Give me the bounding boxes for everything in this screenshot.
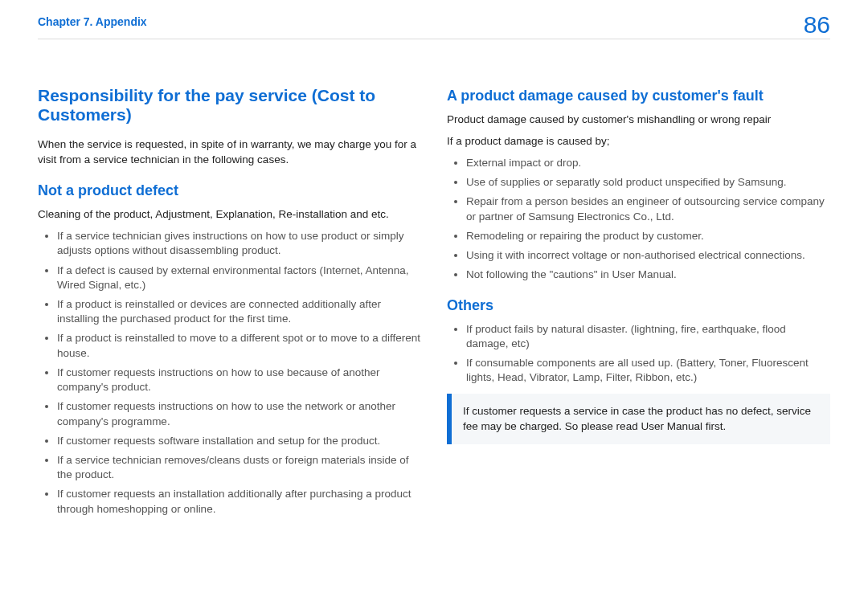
bullets-others: If product fails by natural disaster. (l… [447, 322, 830, 386]
list-item: Not following the "cautions" in User Man… [466, 268, 830, 282]
list-item: If customer requests an installation add… [57, 487, 421, 516]
list-item: Remodeling or repairing the product by c… [466, 229, 830, 243]
section-intro-not-defect: Cleaning of the product, Adjustment, Exp… [38, 207, 421, 223]
section-title-not-defect: Not a product defect [38, 181, 421, 201]
list-item: If product fails by natural disaster. (l… [466, 322, 830, 351]
section-title-customer-fault: A product damage caused by customer's fa… [447, 86, 830, 106]
left-column: Responsibility for the pay service (Cost… [38, 86, 421, 597]
section-title-others: Others [447, 296, 830, 316]
page-number: 86 [804, 8, 830, 42]
list-item: If customer requests software installati… [57, 434, 421, 448]
main-title: Responsibility for the pay service (Cost… [38, 86, 421, 125]
list-item: If a product is reinstalled or devices a… [57, 297, 421, 326]
note-box: If customer requests a service in case t… [447, 394, 830, 444]
page: Chapter 7. Appendix 86 Responsibility fo… [0, 0, 868, 613]
list-item: Using it with incorrect voltage or non-a… [466, 248, 830, 263]
page-header: Chapter 7. Appendix 86 [38, 14, 830, 39]
header-rule [38, 39, 830, 39]
list-item: If customer requests instructions on how… [57, 366, 421, 394]
chapter-label: Chapter 7. Appendix [38, 15, 147, 28]
content-area: Responsibility for the pay service (Cost… [38, 86, 830, 597]
bullets-customer-fault: External impact or drop. Use of supplies… [447, 156, 830, 283]
section-intro-fault-1: Product damage caused by customer's mish… [447, 112, 830, 128]
list-item: External impact or drop. [466, 156, 830, 170]
list-item: If customer requests instructions on how… [57, 399, 421, 428]
list-item: If a service technician gives instructio… [57, 229, 421, 258]
list-item: Use of supplies or separatly sold produc… [466, 175, 830, 190]
bullets-not-defect: If a service technician gives instructio… [38, 229, 421, 517]
note-text: If customer requests a service in case t… [463, 405, 811, 433]
list-item: If a defect is caused by external enviro… [57, 264, 421, 292]
list-item: If a product is reinstalled to move to a… [57, 331, 421, 360]
list-item: If consumable components are all used up… [466, 356, 830, 385]
section-intro-fault-2: If a product damage is caused by; [447, 134, 830, 149]
list-item: If a service technician removes/cleans d… [57, 453, 421, 482]
intro-paragraph: When the service is requested, in spite … [38, 137, 421, 168]
list-item: Repair from a person besides an engineer… [466, 194, 830, 223]
right-column: A product damage caused by customer's fa… [447, 86, 830, 597]
